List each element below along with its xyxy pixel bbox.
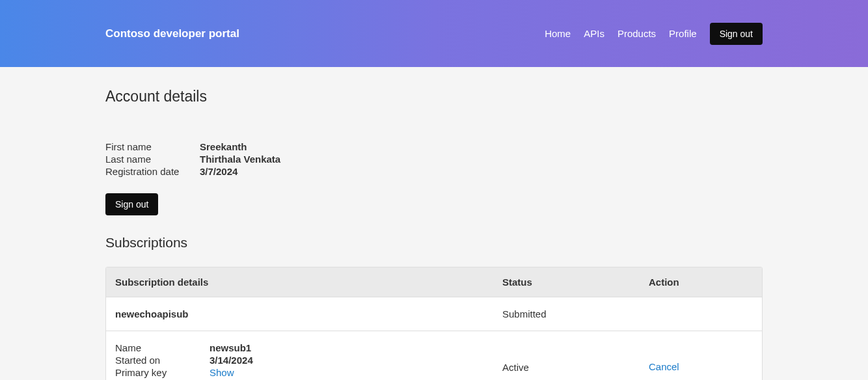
subscription-status: Submitted (502, 308, 649, 319)
brand-title: Contoso developer portal (105, 27, 239, 40)
nav-apis[interactable]: APIs (584, 28, 604, 39)
account-sign-out-button[interactable]: Sign out (105, 193, 158, 215)
show-primary-key-link[interactable]: Show (210, 367, 234, 378)
cancel-subscription-link[interactable]: Cancel (649, 361, 679, 372)
sub-primary-key-label: Primary key (115, 367, 210, 379)
sub-name-value: newsub1 (210, 342, 502, 353)
page-title: Account details (105, 88, 763, 105)
sub-started-label: Started on (115, 355, 210, 366)
sub-started-value: 3/14/2024 (210, 355, 502, 366)
account-sign-out-wrapper: Sign out (105, 193, 158, 215)
first-name-value: Sreekanth (200, 141, 763, 152)
subscription-detail-grid: Name newsub1 Started on 3/14/2024 Primar… (115, 342, 502, 380)
registration-date-value: 3/7/2024 (200, 166, 763, 177)
col-action: Action (649, 277, 753, 288)
subscription-row: newechoapisub Submitted (106, 297, 762, 331)
col-status: Status (502, 277, 649, 288)
top-header: Contoso developer portal Home APIs Produ… (0, 0, 868, 67)
last-name-label: Last name (105, 154, 200, 165)
subscription-status: Active (502, 362, 649, 373)
nav-sign-out-button[interactable]: Sign out (710, 23, 763, 45)
nav-products[interactable]: Products (617, 28, 656, 39)
account-details-grid: First name Sreekanth Last name Thirthala… (105, 141, 763, 177)
subscription-name: newechoapisub (115, 308, 502, 319)
subscription-row: Name newsub1 Started on 3/14/2024 Primar… (106, 331, 762, 380)
nav-profile[interactable]: Profile (669, 28, 697, 39)
registration-date-label: Registration date (105, 166, 200, 177)
subscriptions-title: Subscriptions (105, 235, 763, 251)
col-details: Subscription details (115, 277, 502, 288)
nav-home[interactable]: Home (545, 28, 571, 39)
main-container: Account details First name Sreekanth Las… (0, 88, 868, 380)
sub-name-label: Name (115, 342, 210, 353)
subscriptions-table: Subscription details Status Action newec… (105, 267, 763, 380)
last-name-value: Thirthala Venkata (200, 154, 763, 165)
subscriptions-header-row: Subscription details Status Action (106, 267, 762, 297)
first-name-label: First name (105, 141, 200, 152)
main-nav: Home APIs Products Profile Sign out (545, 23, 763, 45)
